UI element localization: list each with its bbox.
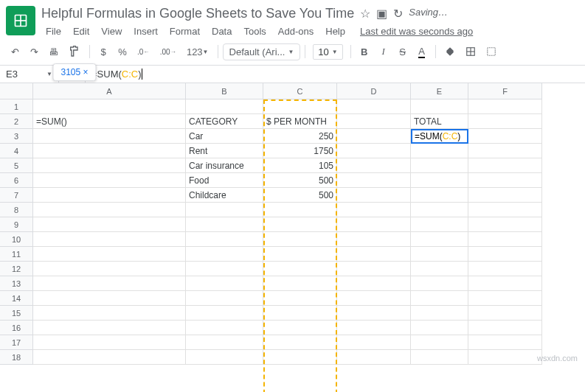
cell[interactable]	[263, 262, 337, 276]
cell[interactable]	[186, 335, 263, 350]
cell[interactable]	[33, 335, 186, 350]
cell[interactable]	[468, 173, 542, 188]
column-header[interactable]: A	[33, 83, 186, 99]
cell[interactable]: 500	[263, 173, 337, 188]
cell[interactable]	[186, 306, 263, 321]
cell[interactable]	[263, 247, 337, 262]
cell[interactable]	[411, 188, 468, 203]
cell[interactable]	[468, 114, 542, 129]
cell[interactable]: TOTAL	[411, 114, 468, 129]
cell[interactable]	[33, 306, 186, 321]
column-header[interactable]: C	[263, 83, 337, 99]
cell[interactable]	[186, 262, 263, 276]
cell[interactable]	[411, 173, 468, 188]
cell[interactable]	[337, 247, 411, 262]
cell[interactable]	[337, 232, 411, 247]
font-family-select[interactable]: Default (Ari...▼	[223, 43, 301, 60]
font-size-select[interactable]: 10▼	[313, 44, 342, 60]
cell[interactable]	[468, 276, 542, 291]
undo-button[interactable]: ↶	[6, 43, 24, 60]
cell[interactable]	[468, 247, 542, 262]
document-title[interactable]: Helpful Formulas in Google Sheets to Sav…	[41, 6, 354, 21]
row-header[interactable]: 11	[0, 247, 33, 262]
row-header[interactable]: 4	[0, 144, 33, 158]
cell[interactable]	[33, 173, 186, 188]
cell[interactable]	[468, 335, 542, 350]
cell[interactable]	[411, 217, 468, 232]
cell[interactable]	[33, 217, 186, 232]
row-header[interactable]: 16	[0, 321, 33, 335]
cell[interactable]	[468, 144, 542, 158]
cell[interactable]	[411, 99, 468, 114]
cell[interactable]	[263, 217, 337, 232]
menu-format[interactable]: Format	[165, 24, 204, 38]
cell[interactable]	[468, 291, 542, 306]
cell[interactable]	[33, 158, 186, 173]
italic-button[interactable]: I	[375, 43, 392, 60]
redo-button[interactable]: ↷	[25, 43, 43, 60]
currency-button[interactable]: $	[94, 43, 112, 60]
cell[interactable]	[33, 321, 186, 335]
cell[interactable]	[337, 291, 411, 306]
cell[interactable]	[411, 144, 468, 158]
cell[interactable]	[337, 144, 411, 158]
cell[interactable]	[411, 232, 468, 247]
cell[interactable]: Food	[186, 173, 263, 188]
cell[interactable]	[33, 262, 186, 276]
row-header[interactable]: 15	[0, 306, 33, 321]
cell[interactable]	[186, 276, 263, 291]
row-header[interactable]: 6	[0, 173, 33, 188]
cell[interactable]	[337, 129, 411, 144]
cell[interactable]	[411, 321, 468, 335]
sheets-logo[interactable]	[6, 6, 35, 35]
column-header[interactable]: F	[468, 83, 542, 99]
menu-edit[interactable]: Edit	[69, 24, 94, 38]
row-header[interactable]: 17	[0, 335, 33, 350]
cell[interactable]	[263, 321, 337, 335]
cell[interactable]	[33, 350, 186, 365]
cell[interactable]	[337, 321, 411, 335]
cell[interactable]	[33, 203, 186, 217]
cell[interactable]	[337, 350, 411, 365]
cell[interactable]	[337, 276, 411, 291]
cell[interactable]	[33, 247, 186, 262]
row-header[interactable]: 3	[0, 129, 33, 144]
cell[interactable]: $ PER MONTH	[263, 114, 337, 129]
cell[interactable]	[186, 217, 263, 232]
name-box[interactable]: E3▼	[0, 66, 59, 83]
cell[interactable]: 250	[263, 129, 337, 144]
cell[interactable]: Car insurance	[186, 158, 263, 173]
cell[interactable]	[186, 291, 263, 306]
cell[interactable]	[186, 350, 263, 365]
row-header[interactable]: 10	[0, 232, 33, 247]
cell[interactable]	[468, 232, 542, 247]
cell[interactable]	[468, 188, 542, 203]
cell[interactable]	[263, 291, 337, 306]
menu-view[interactable]: View	[97, 24, 126, 38]
menu-addons[interactable]: Add-ons	[274, 24, 318, 38]
cell[interactable]	[468, 158, 542, 173]
text-color-button[interactable]: A	[413, 43, 431, 60]
percent-button[interactable]: %	[114, 43, 131, 60]
column-header[interactable]: D	[337, 83, 411, 99]
cell[interactable]	[411, 158, 468, 173]
cell[interactable]	[337, 217, 411, 232]
row-header[interactable]: 2	[0, 114, 33, 129]
menu-insert[interactable]: Insert	[129, 24, 162, 38]
cell[interactable]	[411, 306, 468, 321]
cell[interactable]	[263, 276, 337, 291]
cell[interactable]	[263, 203, 337, 217]
cell[interactable]	[337, 306, 411, 321]
cell[interactable]	[337, 114, 411, 129]
row-header[interactable]: 13	[0, 276, 33, 291]
fill-color-button[interactable]	[440, 43, 460, 60]
cell[interactable]: 105	[263, 158, 337, 173]
column-header[interactable]: E	[411, 83, 468, 99]
cell[interactable]	[468, 306, 542, 321]
cell[interactable]	[411, 203, 468, 217]
increase-decimal-button[interactable]: .00→	[156, 43, 181, 60]
cell[interactable]	[337, 335, 411, 350]
cell[interactable]	[411, 129, 468, 144]
cell[interactable]	[337, 158, 411, 173]
cell[interactable]	[337, 173, 411, 188]
